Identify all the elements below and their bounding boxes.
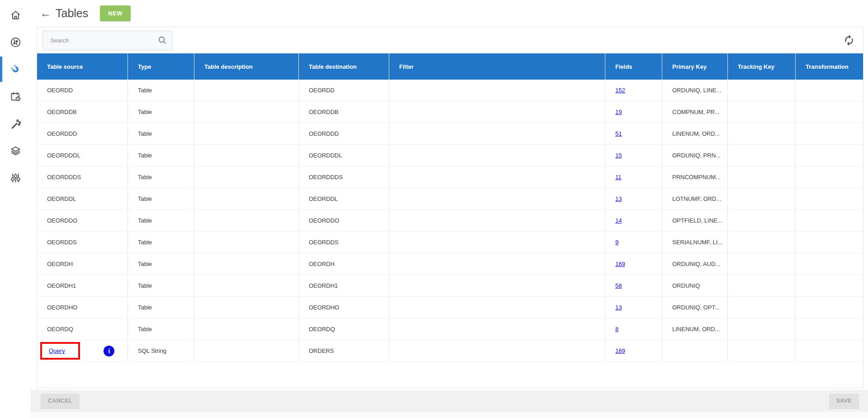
table-row: OEORDHOTableOEORDHO13ORDUNIQ, OPT... <box>37 297 863 318</box>
cell-fields: 9 <box>605 232 662 253</box>
fields-count-link[interactable]: 169 <box>615 347 625 354</box>
table-row: OEORDHTableOEORDH169ORDUNIQ, AUD... <box>37 253 863 275</box>
column-header: Filter <box>389 53 605 80</box>
cell-tracking-key <box>727 275 795 296</box>
cell-filter <box>389 123 605 144</box>
save-button[interactable]: SAVE <box>829 394 859 408</box>
fields-count-link[interactable]: 13 <box>615 304 622 311</box>
cell-fields: 11 <box>605 166 662 188</box>
cell-filter <box>389 145 605 166</box>
fields-count-link[interactable]: 8 <box>615 326 618 332</box>
cell-transformation <box>795 297 863 318</box>
fields-count-link[interactable]: 51 <box>615 130 622 137</box>
search-icon[interactable] <box>157 35 167 45</box>
cell-description <box>194 123 298 144</box>
cell-transformation <box>795 253 863 275</box>
table-source-text: OEORDDD <box>47 130 77 137</box>
table-source-text: OEORDDS <box>47 239 77 246</box>
tables-grid: Table sourceTypeTable descriptionTable d… <box>37 53 863 362</box>
table-source-text: OEORDH <box>47 261 73 267</box>
cell-filter <box>389 340 605 361</box>
cell-filter <box>389 275 605 296</box>
page-header: ← Tables NEW <box>31 0 868 27</box>
table-source-text: OEORDDDL <box>47 152 80 159</box>
cell-filter <box>389 232 605 253</box>
new-button[interactable]: NEW <box>100 5 131 21</box>
fields-count-link[interactable]: 19 <box>615 109 622 115</box>
cell-description <box>194 80 298 101</box>
cell-destination: OEORDDD <box>298 123 389 144</box>
fields-count-link[interactable]: 13 <box>615 195 622 202</box>
cell-primary-key: SERIALNUMF, LI... <box>662 232 727 253</box>
cell-destination: OEORDDO <box>298 210 389 231</box>
search-input[interactable] <box>49 37 157 44</box>
cell-description <box>194 101 298 123</box>
cell-primary-key: LINENUM, ORD... <box>662 318 727 340</box>
cell-transformation <box>795 80 863 101</box>
cell-table-source: Queryi <box>37 340 127 361</box>
magnet-icon <box>9 63 22 76</box>
fields-count-link[interactable]: 11 <box>615 174 622 180</box>
fields-count-link[interactable]: 152 <box>615 87 625 94</box>
table-row: OEORDDLTableOEORDDL13LOTNUMF, ORD... <box>37 188 863 210</box>
sidebar-item-sync[interactable] <box>0 31 31 53</box>
cell-fields: 8 <box>605 318 662 340</box>
fields-count-link[interactable]: 9 <box>615 239 618 246</box>
cell-tracking-key <box>727 318 795 340</box>
cell-fields: 13 <box>605 188 662 209</box>
column-header: Transformation <box>795 53 863 80</box>
cell-transformation <box>795 318 863 340</box>
sidebar-item-home[interactable] <box>0 4 31 26</box>
cell-tracking-key <box>727 101 795 123</box>
page-title: ← Tables <box>40 7 88 20</box>
refresh-button[interactable] <box>843 34 855 46</box>
cell-table-source: OEORDDS <box>37 232 127 253</box>
cancel-button[interactable]: CANCEL <box>41 394 80 408</box>
back-arrow-icon[interactable]: ← <box>40 8 51 19</box>
sidebar-item-settings[interactable] <box>0 166 31 189</box>
cell-filter <box>389 210 605 231</box>
cell-fields: 169 <box>605 253 662 275</box>
table-row: OEORDDDTableOEORDDD51LINENUM, ORD... <box>37 123 863 145</box>
cell-table-source: OEORDH <box>37 253 127 275</box>
cell-primary-key: ORDUNIQ, OPT... <box>662 297 727 318</box>
column-header: Tracking Key <box>727 53 795 80</box>
cell-tracking-key <box>727 297 795 318</box>
table-row: OEORDDDLTableOEORDDDL15ORDUNIQ, PRN... <box>37 145 863 166</box>
cell-destination: OEORDH <box>298 253 389 275</box>
cell-fields: 19 <box>605 101 662 123</box>
table-source-text: OEORDDB <box>47 109 77 115</box>
cell-table-source: OEORDHO <box>37 297 127 318</box>
tables-card: Table sourceTypeTable descriptionTable d… <box>37 27 863 388</box>
info-icon[interactable]: i <box>104 346 114 356</box>
column-header: Table source <box>37 53 127 80</box>
cell-primary-key: LINENUM, ORD... <box>662 123 727 144</box>
column-header: Table description <box>194 53 298 80</box>
search-box <box>42 31 172 50</box>
table-row: OEORDDDSTableOEORDDDS11PRNCOMPNUM... <box>37 166 863 188</box>
fields-count-link[interactable]: 58 <box>615 282 622 289</box>
cell-description <box>194 297 298 318</box>
table-toolbar <box>37 27 863 53</box>
cell-table-source: OEORDH1 <box>37 275 127 296</box>
fields-count-link[interactable]: 169 <box>615 261 625 267</box>
sidebar-item-transform[interactable] <box>0 112 31 135</box>
sidebar-item-schedule[interactable] <box>0 85 31 108</box>
fields-count-link[interactable]: 14 <box>615 217 622 224</box>
cell-fields: 58 <box>605 275 662 296</box>
sidebar-item-layers[interactable] <box>0 139 31 162</box>
cell-tracking-key <box>727 145 795 166</box>
sidebar-item-tables-active[interactable] <box>0 58 31 81</box>
cell-transformation <box>795 101 863 123</box>
cell-type: Table <box>127 275 194 296</box>
table-source-text: OEORDD <box>47 87 73 94</box>
cell-fields: 13 <box>605 297 662 318</box>
table-row: QueryiSQL StringORDERS169 <box>37 340 863 362</box>
column-header: Primary Key <box>662 53 727 80</box>
table-source-link[interactable]: Query <box>49 347 65 354</box>
cell-table-source: OEORDDL <box>37 188 127 209</box>
sliders-icon <box>9 172 22 184</box>
fields-count-link[interactable]: 15 <box>615 152 622 159</box>
cell-table-source: OEORDDDS <box>37 166 127 188</box>
cell-description <box>194 275 298 296</box>
